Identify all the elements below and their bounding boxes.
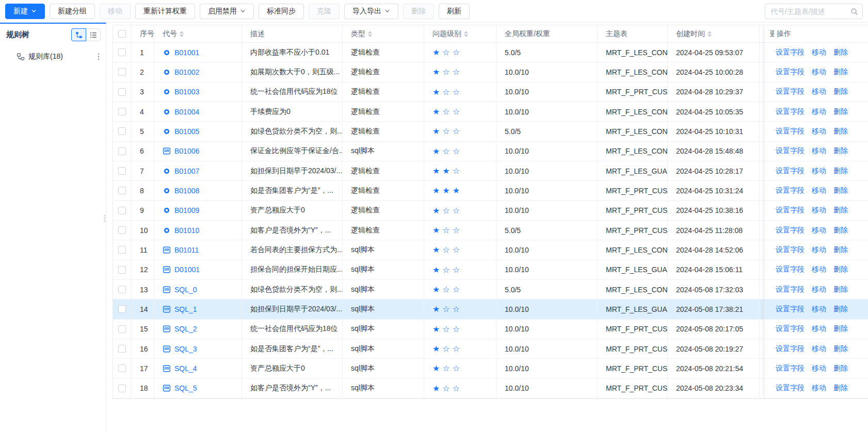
move-link[interactable]: 移动: [812, 364, 826, 373]
set-fields-link[interactable]: 设置字段: [776, 87, 805, 96]
set-fields-link[interactable]: 设置字段: [776, 146, 805, 156]
row-checkbox[interactable]: [118, 286, 126, 293]
delete-link[interactable]: 删除: [833, 344, 848, 354]
rule-code-link[interactable]: SQL_3: [174, 345, 197, 353]
row-checkbox[interactable]: [118, 167, 126, 175]
column-header-severity[interactable]: 问题级别: [424, 25, 496, 42]
row-checkbox[interactable]: [118, 127, 126, 135]
row-checkbox[interactable]: [118, 246, 126, 254]
row-checkbox[interactable]: [118, 108, 126, 115]
delete-link[interactable]: 删除: [833, 245, 848, 255]
rule-code-link[interactable]: B01007: [174, 167, 199, 175]
row-checkbox[interactable]: [118, 385, 126, 392]
rule-code-link[interactable]: B01008: [174, 187, 199, 195]
new-button[interactable]: 新建: [5, 4, 45, 19]
move-link[interactable]: 移动: [812, 384, 826, 393]
rule-code-link[interactable]: B01001: [174, 48, 199, 57]
recalculate-weight-button[interactable]: 重新计算权重: [135, 4, 195, 19]
row-checkbox[interactable]: [118, 147, 126, 155]
delete-link[interactable]: 删除: [833, 166, 848, 176]
set-fields-link[interactable]: 设置字段: [776, 305, 805, 314]
row-checkbox[interactable]: [118, 364, 126, 372]
search-icon[interactable]: [850, 8, 858, 15]
delete-link[interactable]: 删除: [833, 87, 848, 96]
move-link[interactable]: 移动: [812, 107, 826, 116]
delete-link[interactable]: 删除: [833, 285, 848, 294]
tree-node-menu-icon[interactable]: [98, 53, 100, 61]
move-link[interactable]: 移动: [812, 344, 826, 354]
move-link[interactable]: 移动: [812, 206, 826, 215]
set-fields-link[interactable]: 设置字段: [776, 384, 805, 393]
rule-code-link[interactable]: B01010: [174, 226, 199, 235]
delete-link[interactable]: 删除: [833, 146, 848, 156]
tree-view-button[interactable]: [71, 28, 86, 41]
set-fields-link[interactable]: 设置字段: [776, 245, 805, 255]
search-input[interactable]: [770, 7, 850, 15]
delete-link[interactable]: 删除: [833, 305, 848, 314]
rule-code-link[interactable]: D01001: [174, 265, 200, 274]
set-fields-link[interactable]: 设置字段: [776, 265, 805, 274]
rule-code-link[interactable]: B01002: [174, 68, 199, 76]
move-link[interactable]: 移动: [812, 245, 826, 255]
set-fields-link[interactable]: 设置字段: [776, 107, 805, 116]
row-checkbox[interactable]: [118, 345, 126, 353]
row-checkbox[interactable]: [118, 187, 126, 194]
row-checkbox[interactable]: [118, 48, 126, 56]
set-fields-link[interactable]: 设置字段: [776, 324, 805, 334]
set-fields-link[interactable]: 设置字段: [776, 127, 805, 136]
rule-code-link[interactable]: SQL_2: [174, 325, 197, 333]
delete-link[interactable]: 删除: [833, 127, 848, 136]
set-fields-link[interactable]: 设置字段: [776, 186, 805, 195]
enable-disable-button[interactable]: 启用禁用: [200, 4, 254, 19]
delete-link[interactable]: 删除: [833, 384, 848, 393]
delete-link[interactable]: 删除: [833, 324, 848, 334]
standard-sync-button[interactable]: 标准同步: [259, 4, 304, 19]
column-header-type[interactable]: 类型: [343, 25, 424, 42]
move-link[interactable]: 移动: [812, 285, 826, 294]
row-checkbox[interactable]: [118, 88, 126, 96]
column-header-created-at[interactable]: 创建时间: [668, 25, 760, 42]
rule-code-link[interactable]: B01009: [174, 206, 199, 214]
delete-link[interactable]: 删除: [833, 48, 848, 57]
move-link[interactable]: 移动: [812, 127, 826, 136]
rule-code-link[interactable]: B01003: [174, 88, 199, 96]
rule-code-link[interactable]: B01006: [174, 147, 199, 155]
rule-code-link[interactable]: B01005: [174, 127, 199, 136]
select-all-checkbox[interactable]: [118, 30, 126, 38]
list-view-button[interactable]: [86, 28, 101, 41]
move-link[interactable]: 移动: [812, 324, 826, 334]
set-fields-link[interactable]: 设置字段: [776, 166, 805, 176]
delete-link[interactable]: 删除: [833, 107, 848, 116]
delete-link[interactable]: 删除: [833, 68, 848, 77]
move-link[interactable]: 移动: [812, 87, 826, 96]
move-link[interactable]: 移动: [812, 186, 826, 195]
set-fields-link[interactable]: 设置字段: [776, 226, 805, 235]
tab-rule-tree[interactable]: 规则树: [6, 30, 29, 40]
rule-code-link[interactable]: SQL_0: [174, 286, 197, 294]
set-fields-link[interactable]: 设置字段: [776, 48, 805, 57]
set-fields-link[interactable]: 设置字段: [776, 344, 805, 354]
delete-link[interactable]: 删除: [833, 186, 848, 195]
move-link[interactable]: 移动: [812, 146, 826, 156]
row-checkbox[interactable]: [118, 266, 126, 274]
tree-node-rule-library[interactable]: 规则库(18): [17, 52, 100, 61]
column-header-code[interactable]: 代号: [154, 25, 242, 42]
row-checkbox[interactable]: [118, 68, 126, 76]
move-link[interactable]: 移动: [812, 226, 826, 235]
refresh-button[interactable]: 刷新: [439, 4, 470, 19]
new-group-button[interactable]: 新建分组: [50, 4, 95, 19]
move-link[interactable]: 移动: [812, 68, 826, 77]
rule-code-link[interactable]: SQL_5: [174, 384, 197, 392]
import-export-button[interactable]: 导入导出: [344, 4, 398, 19]
panel-resize-handle[interactable]: [102, 213, 106, 223]
rule-code-link[interactable]: B01011: [174, 246, 199, 254]
rule-code-link[interactable]: SQL_1: [174, 305, 197, 313]
row-checkbox[interactable]: [118, 305, 126, 313]
delete-link[interactable]: 删除: [833, 226, 848, 235]
set-fields-link[interactable]: 设置字段: [776, 364, 805, 373]
row-checkbox[interactable]: [118, 325, 126, 333]
move-link[interactable]: 移动: [812, 48, 826, 57]
row-checkbox[interactable]: [118, 207, 126, 214]
delete-link[interactable]: 删除: [833, 206, 848, 215]
delete-link[interactable]: 删除: [833, 265, 848, 274]
